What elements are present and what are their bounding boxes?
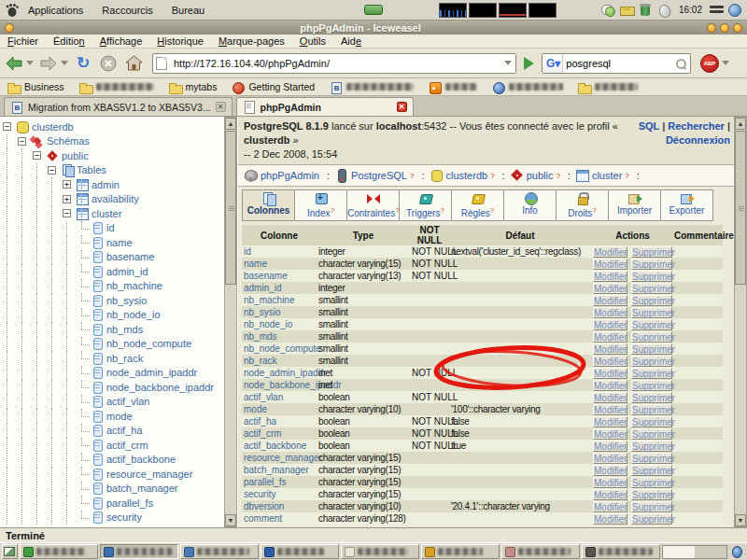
delete-button[interactable]: Supprimer	[631, 246, 672, 258]
delete-button[interactable]: Supprimer	[631, 416, 672, 427]
adblock-icon[interactable]: ABP	[700, 54, 719, 73]
delete-button[interactable]: Supprimer	[631, 271, 672, 282]
bookmark-item[interactable]: mytabs	[162, 81, 225, 93]
tree-expander-icon[interactable]: +	[60, 177, 75, 192]
tree-label[interactable]: public	[59, 150, 89, 161]
tree-item-nb_sysio[interactable]: nb_sysio	[0, 293, 236, 308]
tab-exporter[interactable]: Exporter	[660, 189, 713, 221]
back-button[interactable]	[3, 52, 25, 75]
bookmark-item[interactable]: Getting Started	[224, 81, 322, 93]
tree-item-Schémas[interactable]: −Schémas	[0, 134, 236, 149]
tree-item-admin_id[interactable]: admin_id	[0, 264, 236, 279]
tree-item-nb_node_compute[interactable]: nb_node_compute	[0, 337, 236, 352]
modify-button[interactable]: Modifier	[593, 343, 627, 355]
scroll-up-icon[interactable]: ▲	[225, 118, 236, 130]
modify-button[interactable]: Modifier	[593, 453, 627, 464]
bookmark-item[interactable]	[571, 81, 645, 93]
tree-label[interactable]: nb_mds	[104, 324, 143, 335]
tree-item-node_admin_ipaddr[interactable]: node_admin_ipaddr	[0, 366, 236, 381]
tree-label[interactable]: availability	[89, 193, 139, 204]
delete-button[interactable]: Supprimer	[631, 513, 672, 525]
mail-tray-icon[interactable]	[620, 3, 634, 17]
forward-button[interactable]	[37, 52, 60, 75]
modify-button[interactable]: Modifier	[593, 319, 627, 330]
url-dropdown-icon[interactable]	[504, 61, 512, 65]
tree-label[interactable]: Schémas	[44, 135, 90, 147]
delete-button[interactable]: Supprimer	[631, 441, 672, 452]
tree-item-nb_mds[interactable]: nb_mds	[0, 322, 236, 337]
breadcrumb-link[interactable]: clusterdb	[446, 170, 488, 181]
panel-clock[interactable]: 16:02	[679, 5, 702, 15]
breadcrumb-link[interactable]: phpPgAdmin	[261, 170, 319, 181]
tree-expander-icon[interactable]: −	[15, 134, 30, 149]
scrollbar-thumb[interactable]	[225, 131, 236, 285]
window-menu-icon[interactable]	[5, 23, 14, 33]
modify-button[interactable]: Modifier	[593, 356, 627, 367]
modify-button[interactable]: Modifier	[593, 271, 627, 282]
mouse-tray-icon[interactable]	[657, 3, 671, 17]
tree-item-Tables[interactable]: −Tables	[0, 163, 236, 178]
google-engine-icon[interactable]: G▾	[543, 54, 563, 73]
system-monitor-applets[interactable]	[439, 3, 557, 18]
tree-label[interactable]: actif_vlan	[104, 396, 149, 407]
menu-aide[interactable]: Aide	[333, 35, 369, 48]
modify-button[interactable]: Modifier	[593, 392, 627, 403]
window-titlebar[interactable]: phpPgAdmin - Iceweasel	[0, 21, 747, 35]
delete-button[interactable]: Supprimer	[631, 453, 672, 464]
delete-button[interactable]: Supprimer	[631, 392, 672, 403]
tree-label[interactable]: resource_manager	[104, 469, 192, 480]
breadcrumb-link[interactable]: PostgreSQL	[351, 170, 407, 181]
tree-label[interactable]: nb_machine	[104, 280, 162, 291]
tree-item-mode[interactable]: mode	[0, 409, 236, 424]
tree-item-batch_manager[interactable]: batch_manager	[0, 482, 236, 497]
delete-button[interactable]: Supprimer	[631, 331, 672, 343]
tree-item-nb_machine[interactable]: nb_machine	[0, 279, 236, 294]
delete-button[interactable]: Supprimer	[631, 404, 672, 415]
tree-label[interactable]: admin_id	[104, 266, 148, 277]
modify-button[interactable]: Modifier	[593, 368, 627, 379]
search-link[interactable]: Rechercher	[668, 120, 725, 132]
taskbar-button[interactable]	[341, 544, 419, 559]
scroll-up-icon[interactable]: ▲	[735, 118, 746, 130]
modify-button[interactable]: Modifier	[593, 416, 627, 427]
delete-button[interactable]: Supprimer	[631, 380, 672, 391]
tree-item-cluster[interactable]: −cluster	[0, 206, 236, 221]
tree-label[interactable]: name	[104, 237, 133, 248]
tree-item-id[interactable]: id	[0, 221, 236, 236]
tree-label[interactable]: batch_manager	[104, 483, 177, 494]
help-icon[interactable]: ?	[331, 206, 334, 215]
browser-tab[interactable]: phpPgAdmin✕	[236, 97, 414, 116]
window-list-icon[interactable]	[710, 3, 724, 17]
delete-button[interactable]: Supprimer	[631, 501, 672, 512]
tab-index[interactable]: Index?	[294, 189, 347, 221]
tab-importer[interactable]: Importer	[608, 189, 661, 221]
tree-label[interactable]: nb_node_compute	[104, 338, 191, 349]
tree-expander-icon[interactable]: −	[30, 148, 45, 163]
back-history-dropdown-icon[interactable]	[26, 61, 34, 65]
tree-label[interactable]: nb_node_io	[104, 309, 161, 320]
tree-item-clusterdb[interactable]: −clusterdb	[0, 119, 236, 134]
home-button[interactable]	[122, 52, 145, 75]
modify-button[interactable]: Modifier	[593, 404, 627, 415]
modify-button[interactable]: Modifier	[593, 513, 627, 525]
delete-button[interactable]: Supprimer	[631, 356, 672, 367]
tree-item-basename[interactable]: basename	[0, 250, 236, 265]
tab-colonnes[interactable]: Colonnes	[242, 189, 295, 221]
help-icon[interactable]: ?	[556, 172, 559, 180]
show-desktop-button[interactable]	[2, 544, 18, 559]
tree-label[interactable]: node_backbone_ipaddr	[104, 382, 214, 393]
delete-button[interactable]: Supprimer	[631, 319, 672, 330]
delete-button[interactable]: Supprimer	[631, 489, 672, 500]
tree-label[interactable]: actif_ha	[104, 425, 143, 436]
tree-expander-icon[interactable]: +	[60, 192, 75, 207]
tree-expander-icon[interactable]: −	[45, 163, 60, 178]
tree-label[interactable]: nb_rack	[104, 353, 143, 364]
system-monitor-icon[interactable]	[499, 3, 527, 18]
taskbar-button[interactable]	[421, 544, 500, 559]
tree-label[interactable]: cluster	[89, 208, 121, 219]
panel-menu-bureau[interactable]: Bureau	[163, 2, 213, 19]
chat-tray-icon[interactable]	[601, 3, 615, 17]
tree-label[interactable]: actif_crm	[104, 440, 148, 451]
tree-label[interactable]: mode	[104, 411, 133, 422]
menu-édition[interactable]: Édition	[46, 35, 92, 48]
